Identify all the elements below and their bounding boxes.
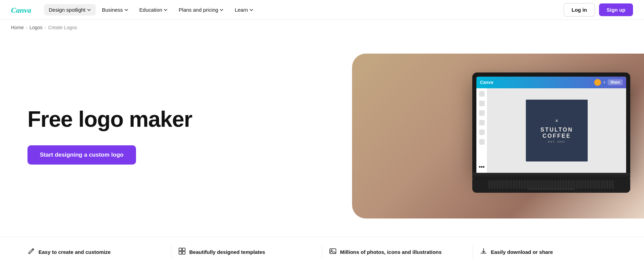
editor-topbar-right: + Share [594,79,623,86]
editor-share-button[interactable]: Share [608,79,623,85]
editor-sidebar: ••• [476,88,487,173]
nav-actions: Log in Sign up [564,3,633,16]
edit-icon [27,247,35,257]
chevron-down-icon [87,8,91,12]
editor-plus-icon: + [603,80,606,85]
features-bar: Easy to create and customize Beautifully… [0,237,644,267]
hero-section: Free logo maker Start designing a custom… [0,35,644,237]
feature-download-label: Easily download or share [491,249,553,255]
chevron-down-icon [124,8,128,12]
svg-rect-9 [179,251,182,254]
laptop-keyboard [472,179,630,193]
svg-text:Canva: Canva [11,6,31,14]
laptop-base [472,173,630,179]
breadcrumb-current: Create Logos [48,25,77,30]
feature-templates: Beautifully designed templates [171,244,322,260]
feature-easy-create: Easy to create and customize [21,244,171,260]
nav-item-education[interactable]: Education [135,4,173,15]
editor-canvas-area: × STULTON COFFEE EST. 2001 [487,88,626,173]
breadcrumb-logos[interactable]: Logos [30,25,43,30]
feature-photos: Millions of photos, icons and illustrati… [322,244,473,260]
chevron-down-icon [219,8,224,12]
editor-canvas-title: STULTON COFFEE [526,127,588,139]
feature-download: Easily download or share [473,244,623,260]
laptop-screen: Canva + Share [476,77,626,173]
breadcrumb-sep-2: › [45,25,46,30]
chevron-down-icon [163,8,168,12]
editor-sidebar-icon-6 [479,139,485,145]
editor-sidebar-icon-1 [479,91,485,97]
editor-avatar [594,79,601,86]
editor-canvas: × STULTON COFFEE EST. 2001 [526,100,588,161]
editor-sidebar-icon-2 [479,101,485,106]
laptop-screen-outer: Canva + Share [472,72,630,173]
editor-topbar: Canva + Share [476,77,626,88]
cta-button[interactable]: Start designing a custom logo [27,145,136,165]
editor-sidebar-icon-5 [479,130,485,135]
laptop-mockup: Canva + Share [472,72,630,193]
svg-rect-10 [182,251,185,254]
chevron-down-icon [249,8,253,12]
editor-sidebar-icon-3 [479,110,485,116]
feature-templates-label: Beautifully designed templates [189,249,265,255]
laptop: Canva + Share [472,72,630,193]
editor-sidebar-dots: ••• [479,164,485,170]
main-nav: Canva Design spotlight Business Educatio… [0,0,644,20]
editor-canvas-sub: EST. 2001 [548,141,565,143]
editor-body: ••• × STULTON COFFEE EST. 2001 [476,88,626,173]
breadcrumb-sep-1: › [26,25,27,30]
svg-point-12 [331,250,332,251]
photos-icon [329,247,337,257]
editor-sidebar-icon-4 [479,120,485,125]
nav-item-learn[interactable]: Learn [230,4,258,15]
svg-rect-8 [182,248,185,251]
hero-title: Free logo maker [27,107,326,131]
signup-button[interactable]: Sign up [599,3,633,16]
download-icon [480,247,487,257]
feature-easy-create-label: Easy to create and customize [38,249,111,255]
hero-left: Free logo maker Start designing a custom… [0,87,346,185]
breadcrumb-home[interactable]: Home [11,25,24,30]
editor-cross-icon: × [555,118,558,124]
breadcrumb: Home › Logos › Create Logos [0,20,644,35]
nav-item-business[interactable]: Business [97,4,133,15]
canva-logo[interactable]: Canva [11,5,36,15]
nav-item-design-spotlight[interactable]: Design spotlight [44,4,96,15]
nav-items: Design spotlight Business Education Plan… [44,4,564,15]
templates-icon [178,247,186,257]
feature-photos-label: Millions of photos, icons and illustrati… [340,249,442,255]
svg-rect-7 [179,248,182,251]
hero-right: Canva + Share [346,54,644,218]
nav-item-plans-pricing[interactable]: Plans and pricing [174,4,228,15]
login-button[interactable]: Log in [564,3,595,16]
editor-canva-logo: Canva [480,80,493,85]
